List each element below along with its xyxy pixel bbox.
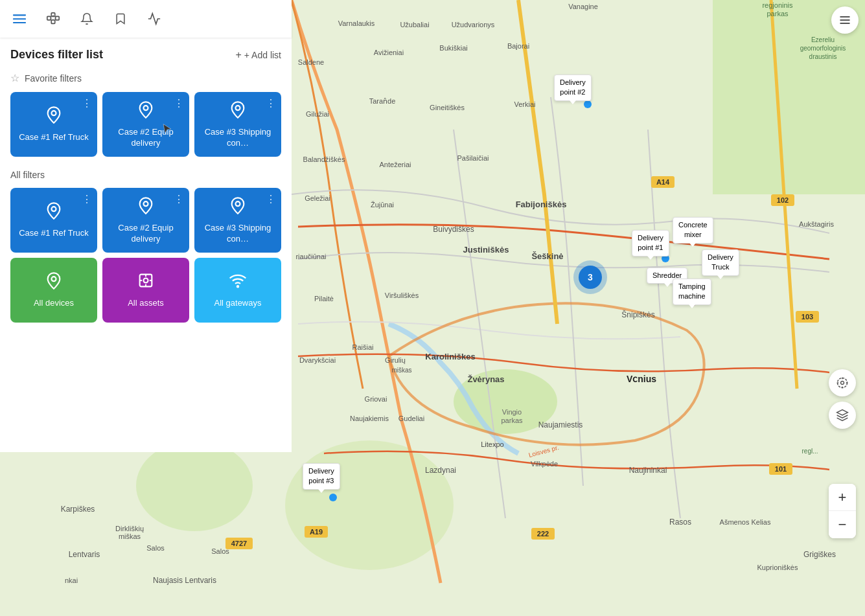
svg-point-104 xyxy=(144,279,148,283)
tamping-machine-marker[interactable]: Tampingmachine xyxy=(673,279,711,305)
all-filters-grid: ⋮ Case #1 Ref Truck ⋮ Case #2 Equip deli… xyxy=(10,188,281,323)
locate-button[interactable] xyxy=(829,369,856,396)
filter-card-label-3: Case #3 Shipping con… xyxy=(201,223,275,245)
delivery-truck-marker[interactable]: DeliveryTruck xyxy=(702,249,739,276)
zoom-controls: + − xyxy=(829,484,856,538)
svg-text:Naujamiestis: Naujamiestis xyxy=(538,420,583,429)
zoom-in-button[interactable]: + xyxy=(829,484,856,511)
svg-point-98 xyxy=(236,106,240,110)
favorite-card-label-2: Case #2 Equip delivery xyxy=(109,127,183,149)
sidebar-title: Devices filter list xyxy=(10,48,103,62)
map-controls xyxy=(829,369,856,429)
svg-text:Ašmenos Kelias: Ašmenos Kelias xyxy=(720,518,771,526)
svg-text:Justiniškės: Justiniškės xyxy=(463,245,509,255)
svg-text:Karoliniškes: Karoliniškes xyxy=(425,352,475,361)
layers-button[interactable] xyxy=(829,402,856,429)
svg-text:Verkiai: Verkiai xyxy=(514,100,535,108)
svg-text:103: 103 xyxy=(802,313,813,321)
svg-text:Grigiškes: Grigiškes xyxy=(803,550,836,559)
svg-text:Buivydiškes: Buivydiškes xyxy=(433,225,474,234)
svg-marker-112 xyxy=(837,410,848,415)
favorite-filters-section: ☆ Favorite filters xyxy=(10,72,281,84)
filter-card-menu-1[interactable]: ⋮ xyxy=(82,193,92,205)
svg-text:Vanagine: Vanagine xyxy=(568,3,598,10)
zoom-out-button[interactable]: − xyxy=(829,511,856,538)
filter-card-label-2: Case #2 Equip delivery xyxy=(109,223,183,245)
filter-card-3[interactable]: ⋮ Case #3 Shipping con… xyxy=(194,188,281,253)
card-menu-icon-3[interactable]: ⋮ xyxy=(266,97,276,109)
favorite-card-1[interactable]: ⋮ Case #1 Ref Truck xyxy=(10,92,97,157)
svg-text:Saldene: Saldene xyxy=(298,58,324,66)
filter-card-label-1: Case #1 Ref Truck xyxy=(19,228,89,239)
filter-location-icon-3 xyxy=(229,196,247,219)
svg-text:Varnalaukis: Varnalaukis xyxy=(338,19,375,27)
svg-text:101: 101 xyxy=(775,465,787,473)
svg-text:Salos: Salos xyxy=(211,547,229,555)
svg-point-100 xyxy=(144,201,148,206)
filter-card-1[interactable]: ⋮ Case #1 Ref Truck xyxy=(10,188,97,253)
card-menu-icon-2[interactable]: ⋮ xyxy=(174,97,184,109)
svg-text:Salos: Salos xyxy=(146,544,165,552)
svg-text:parkas: parkas xyxy=(501,416,523,424)
cluster-3[interactable]: 3 xyxy=(579,266,602,289)
svg-text:Lazdynai: Lazdynai xyxy=(425,466,456,475)
card-menu-icon-1[interactable]: ⋮ xyxy=(82,97,92,109)
concrete-mixer-marker[interactable]: Concretemixer xyxy=(673,217,713,244)
svg-text:Antežeriai: Antežeriai xyxy=(380,161,411,168)
svg-text:draustinis: draustinis xyxy=(809,53,837,60)
svg-text:miškas: miškas xyxy=(391,367,411,374)
filter-card-4[interactable]: All devices xyxy=(10,258,97,323)
svg-text:riaučiūnai: riaučiūnai xyxy=(295,253,326,260)
nodes-icon[interactable] xyxy=(41,7,65,30)
svg-text:Užubaliai: Užubaliai xyxy=(400,21,429,29)
svg-rect-88 xyxy=(51,20,55,24)
delivery-point-1-marker[interactable]: Deliverypoint #1 xyxy=(632,230,669,257)
filter-location-icon-1 xyxy=(45,201,63,224)
svg-text:A14: A14 xyxy=(656,178,670,186)
svg-text:Rasos: Rasos xyxy=(669,518,691,527)
svg-text:Balandžiškės: Balandžiškės xyxy=(303,155,345,163)
svg-text:Taran̂de: Taran̂de xyxy=(369,97,396,105)
filter-card-menu-3[interactable]: ⋮ xyxy=(266,193,276,205)
svg-text:Avižieniai: Avižieniai xyxy=(374,49,404,56)
add-icon: + xyxy=(235,49,241,61)
svg-text:Naujakiemis: Naujakiemis xyxy=(350,415,389,422)
svg-text:Pilaitė: Pilaitė xyxy=(314,295,334,302)
favorite-card-3[interactable]: ⋮ Case #3 Shipping con… xyxy=(194,92,281,157)
svg-text:Šnipiškės: Šnipiškės xyxy=(621,310,654,319)
filter-card-menu-2[interactable]: ⋮ xyxy=(174,193,184,205)
svg-text:Žujūnai: Žujūnai xyxy=(371,201,394,209)
delivery-point-3-marker[interactable]: Deliverypoint #3 xyxy=(303,463,340,490)
svg-text:miškas: miškas xyxy=(119,532,141,540)
svg-text:Lentvaris: Lentvaris xyxy=(69,550,100,559)
svg-text:Geležiai: Geležiai xyxy=(305,194,330,202)
bookmark-icon[interactable] xyxy=(109,7,132,30)
svg-rect-83 xyxy=(13,18,26,19)
add-list-button[interactable]: + + Add list xyxy=(235,49,281,61)
filter-card-2[interactable]: ⋮ Case #2 Equip delivery xyxy=(102,188,189,253)
location-icon-1 xyxy=(45,106,63,128)
filter-card-6[interactable]: All gateways xyxy=(194,258,281,323)
svg-text:Dirkliškių: Dirkliškių xyxy=(115,525,144,532)
svg-text:Griovai: Griovai xyxy=(365,395,387,403)
menu-icon[interactable] xyxy=(8,7,31,30)
all-filters-section: All filters xyxy=(10,170,281,180)
svg-text:102: 102 xyxy=(777,196,789,204)
filter-card-5[interactable]: All assets xyxy=(102,258,189,323)
svg-point-110 xyxy=(841,382,844,385)
delivery-point-2-marker[interactable]: Deliverypoint #2 xyxy=(554,74,592,101)
chart-icon[interactable] xyxy=(143,7,166,30)
svg-text:4727: 4727 xyxy=(231,540,247,547)
svg-text:Karpiškes: Karpiškes xyxy=(61,505,95,514)
svg-point-101 xyxy=(236,201,240,206)
bell-icon[interactable] xyxy=(75,7,98,30)
svg-point-111 xyxy=(838,378,848,388)
svg-text:parkas: parkas xyxy=(767,10,789,17)
svg-text:Naujininkai: Naujininkai xyxy=(629,466,667,475)
favorite-card-2[interactable]: ⋮ Case #2 Equip delivery xyxy=(102,92,189,157)
svg-text:nkai: nkai xyxy=(65,576,78,584)
gateways-icon xyxy=(229,271,247,294)
svg-point-102 xyxy=(52,277,56,281)
devices-icon xyxy=(45,271,63,294)
hamburger-button[interactable] xyxy=(831,6,859,34)
